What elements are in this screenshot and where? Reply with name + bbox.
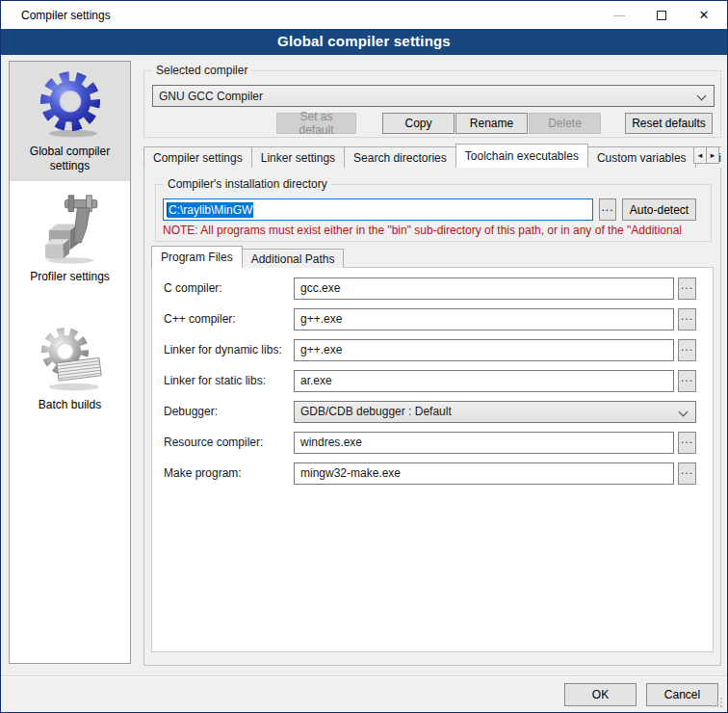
rename-button[interactable]: Rename xyxy=(455,113,528,134)
selected-compiler-group: Selected compiler GNU GCC Compiler Set a… xyxy=(143,70,721,138)
bin-subdirectory-note: NOTE: All programs must exist either in … xyxy=(163,224,708,237)
make-program-browse-button[interactable]: ... xyxy=(678,462,696,485)
installation-directory-value: C:\raylib\MinGW xyxy=(168,202,253,218)
page-title: Global compiler settings xyxy=(1,29,727,55)
close-icon: ✕ xyxy=(699,8,710,22)
sidebar-item-label: Global compiler settings xyxy=(12,145,128,173)
subtab-additional-paths[interactable]: Additional Paths xyxy=(242,249,345,268)
program-files-page: C compiler:gcc.exe...C++ compiler:g++.ex… xyxy=(151,267,714,652)
tab-scroll-left-button[interactable]: ◂ xyxy=(693,146,707,164)
minimize-icon: — xyxy=(613,9,625,22)
sidebar-item-batch-builds[interactable]: Batch builds xyxy=(10,315,130,420)
row-resource-compiler: Resource compiler:windres.exe... xyxy=(164,431,696,454)
title-bar: Compiler settings — ✕ xyxy=(1,1,727,29)
tab-search-directories[interactable]: Search directories xyxy=(344,146,456,168)
delete-button: Delete xyxy=(529,113,601,134)
footer-divider xyxy=(1,675,727,677)
ok-button[interactable]: OK xyxy=(564,683,637,706)
linker-for-dynamic-libs-field: g++.exe... xyxy=(294,339,696,361)
debugger-field: GDB/CDB debugger : Default xyxy=(294,401,696,423)
c-compiler-input[interactable]: g++.exe xyxy=(294,308,674,330)
debugger-value: GDB/CDB debugger : Default xyxy=(300,405,452,418)
maximize-button[interactable] xyxy=(642,1,681,29)
caliper-tool-icon xyxy=(35,193,106,266)
subtab-program-files[interactable]: Program Files xyxy=(151,246,243,268)
selected-compiler-combobox[interactable]: GNU GCC Compiler xyxy=(152,85,715,107)
c-compiler-browse-button[interactable]: ... xyxy=(678,277,696,300)
row-c-compiler: C++ compiler:g++.exe... xyxy=(164,307,696,330)
chevron-down-icon xyxy=(679,407,689,416)
installation-directory-legend: Compiler's installation directory xyxy=(164,177,331,191)
row-c-compiler: C compiler:gcc.exe... xyxy=(164,277,696,300)
blue-gear-icon xyxy=(35,67,106,141)
settings-tabstrip: Compiler settingsLinker settingsSearch d… xyxy=(143,144,721,168)
linker-for-dynamic-libs-browse-button[interactable]: ... xyxy=(678,339,696,361)
linker-for-dynamic-libs-input[interactable]: g++.exe xyxy=(294,339,674,361)
debugger-label: Debugger: xyxy=(164,405,294,418)
linker-for-static-libs-browse-button[interactable]: ... xyxy=(678,370,696,392)
c-compiler-browse-button[interactable]: ... xyxy=(678,308,696,330)
selected-compiler-value: GNU GCC Compiler xyxy=(159,90,263,103)
row-debugger: Debugger:GDB/CDB debugger : Default xyxy=(164,400,696,423)
gray-gear-stack-icon xyxy=(35,321,106,394)
c-compiler-label: C++ compiler: xyxy=(164,312,294,326)
resize-grip-icon[interactable] xyxy=(720,705,722,707)
linker-for-static-libs-label: Linker for static libs: xyxy=(164,374,294,387)
linker-for-dynamic-libs-label: Linker for dynamic libs: xyxy=(164,343,294,356)
debugger-dropdown[interactable]: GDB/CDB debugger : Default xyxy=(294,401,696,423)
tab-scroll-right-button[interactable]: ▸ xyxy=(706,146,719,164)
sidebar-item-global-compiler-settings[interactable]: Global compiler settings xyxy=(10,62,130,181)
minimize-button[interactable]: — xyxy=(600,1,638,29)
resource-compiler-browse-button[interactable]: ... xyxy=(678,432,696,454)
make-program-label: Make program: xyxy=(164,466,294,480)
row-linker-for-static-libs: Linker for static libs:ar.exe... xyxy=(164,369,696,392)
arrow-left-icon: ◂ xyxy=(698,150,703,160)
resource-compiler-label: Resource compiler: xyxy=(164,436,294,449)
make-program-field: mingw32-make.exe... xyxy=(294,462,696,485)
reset-defaults-button[interactable]: Reset defaults xyxy=(625,113,713,134)
c-compiler-label: C compiler: xyxy=(164,281,294,295)
linker-for-static-libs-field: ar.exe... xyxy=(294,370,696,392)
tab-linker-settings[interactable]: Linker settings xyxy=(251,146,345,168)
resource-compiler-input[interactable]: windres.exe xyxy=(294,432,674,454)
paths-subtabstrip: Program FilesAdditional Paths xyxy=(151,246,536,268)
sidebar-item-label: Profiler settings xyxy=(12,270,128,284)
window-title: Compiler settings xyxy=(21,9,111,22)
program-files-rows: C compiler:gcc.exe...C++ compiler:g++.ex… xyxy=(152,268,713,485)
row-make-program: Make program:mingw32-make.exe... xyxy=(164,462,696,485)
arrow-right-icon: ▸ xyxy=(711,150,715,160)
compiler-settings-dialog: Compiler settings — ✕ Global compiler se… xyxy=(0,0,728,713)
row-linker-for-dynamic-libs: Linker for dynamic libs:g++.exe... xyxy=(164,338,696,361)
installation-directory-browse-button[interactable]: ... xyxy=(599,198,616,221)
chevron-down-icon xyxy=(697,92,707,101)
c-compiler-field: gcc.exe... xyxy=(294,277,696,300)
auto-detect-button[interactable]: Auto-detect xyxy=(622,198,696,221)
selected-compiler-legend: Selected compiler xyxy=(152,64,251,77)
close-button[interactable]: ✕ xyxy=(685,1,723,29)
resource-compiler-field: windres.exe... xyxy=(294,432,696,454)
copy-button[interactable]: Copy xyxy=(382,113,455,134)
installation-directory-input[interactable]: C:\raylib\MinGW xyxy=(163,198,593,221)
tab-compiler-settings[interactable]: Compiler settings xyxy=(143,146,252,168)
make-program-input[interactable]: mingw32-make.exe xyxy=(294,462,674,485)
c-compiler-field: g++.exe... xyxy=(294,308,696,330)
cancel-button[interactable]: Cancel xyxy=(646,683,718,706)
sidebar-item-profiler-settings[interactable]: Profiler settings xyxy=(10,187,130,292)
c-compiler-input[interactable]: gcc.exe xyxy=(294,277,674,300)
maximize-icon xyxy=(657,11,666,20)
set-as-default-button: Set as default xyxy=(276,113,356,134)
linker-for-static-libs-input[interactable]: ar.exe xyxy=(294,370,674,392)
sidebar-item-label: Batch builds xyxy=(12,398,128,412)
tab-scroll-buttons: ◂ ▸ xyxy=(694,146,719,164)
category-sidebar: Global compiler settings xyxy=(9,61,131,664)
tab-toolchain-executables[interactable]: Toolchain executables xyxy=(455,144,588,168)
tab-custom-variables[interactable]: Custom variables xyxy=(587,146,696,168)
